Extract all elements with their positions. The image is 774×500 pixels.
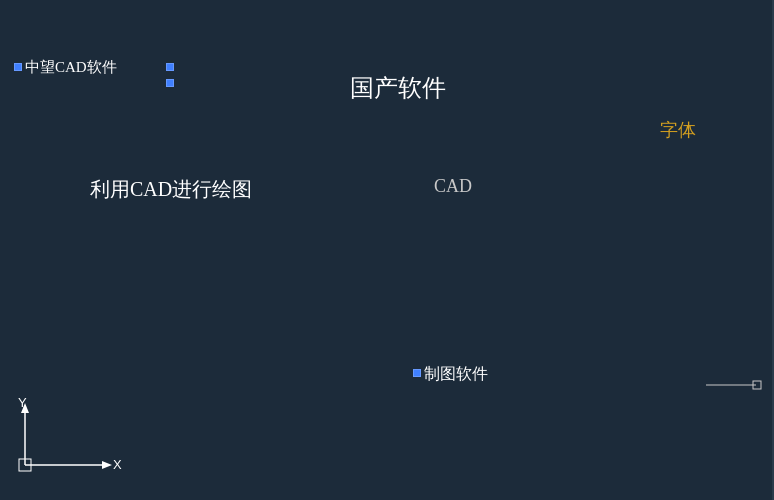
top-left-label: 中望CAD软件 — [25, 58, 117, 77]
center-top-label: 国产软件 — [350, 72, 446, 104]
svg-marker-3 — [102, 461, 112, 469]
center-main-label: 利用CAD进行绘图 — [90, 176, 252, 203]
blue-marker-2 — [166, 63, 174, 71]
blue-marker-4 — [413, 369, 421, 377]
axis-indicator: Y X — [5, 395, 125, 485]
bottom-center-label: 制图软件 — [424, 364, 488, 385]
svg-text:X: X — [113, 457, 122, 472]
center-cad-label: CAD — [434, 176, 472, 197]
crosshair-right — [706, 365, 766, 405]
blue-marker-3 — [166, 79, 174, 87]
svg-text:Y: Y — [18, 395, 27, 410]
cad-canvas: 中望CAD软件 国产软件 字体 利用CAD进行绘图 CAD 制图软件 Y X — [0, 0, 774, 500]
blue-marker-1 — [14, 63, 22, 71]
top-right-label: 字体 — [660, 118, 696, 142]
